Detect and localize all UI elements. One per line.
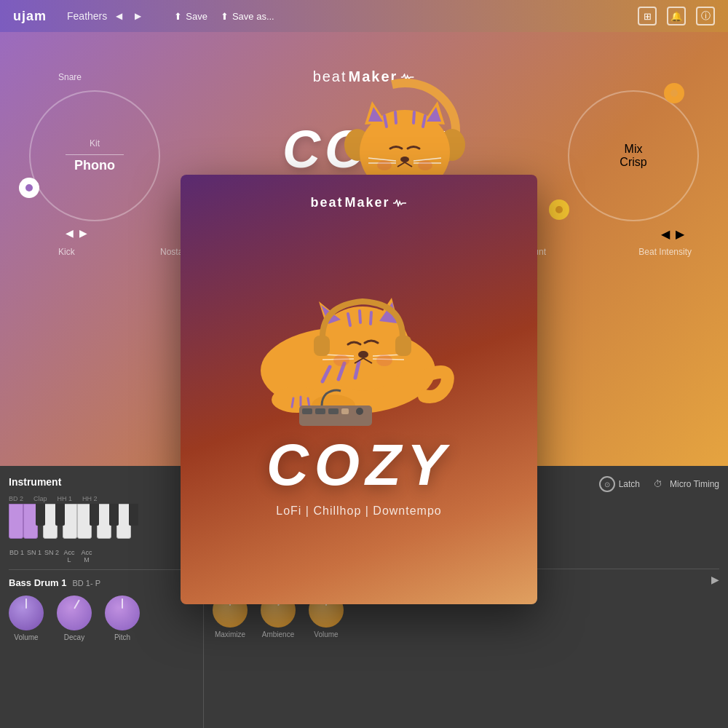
label-accm: Acc M bbox=[79, 549, 95, 563]
bell-icon[interactable]: 🔔 bbox=[667, 7, 686, 25]
bottom-labels-row: BD 1 SN 1 SN 2 Acc L Acc M bbox=[9, 549, 194, 563]
overlay-maker-text: Maker bbox=[344, 195, 389, 210]
topbar-actions: ⬆ Save ⬆ Save as... bbox=[174, 11, 274, 22]
micro-timing-button[interactable]: ⏱ Micro Timing bbox=[650, 476, 719, 492]
yellow-side-knob[interactable] bbox=[549, 199, 569, 220]
overlay-subtitle: LoFi | Chillhop | Downtempo bbox=[276, 505, 441, 518]
volume-knob-item: Volume bbox=[9, 596, 44, 641]
save-as-icon: ⬆ bbox=[221, 11, 229, 22]
svg-line-33 bbox=[360, 311, 360, 323]
kit-value: Phono bbox=[74, 158, 115, 173]
beat-intensity-label: Beat Intensity bbox=[638, 247, 692, 257]
svg-rect-47 bbox=[314, 336, 330, 356]
svg-rect-52 bbox=[328, 408, 339, 414]
topbar: ujam Feathers ◀ ▶ ⬆ Save ⬆ Save as... ⊞ … bbox=[0, 0, 728, 32]
label-bd1: BD 1 bbox=[9, 549, 25, 563]
piano-keys-row bbox=[9, 504, 194, 545]
svg-line-10 bbox=[414, 112, 414, 123]
svg-line-34 bbox=[371, 312, 371, 324]
cat-sleeping-illustration bbox=[235, 225, 483, 429]
label-sn2: SN 2 bbox=[44, 549, 60, 563]
micro-timing-icon: ⏱ bbox=[650, 476, 666, 492]
bass-drum-knob-row: Volume Decay Pitch bbox=[9, 596, 194, 641]
info-icon[interactable]: ⓘ bbox=[696, 7, 715, 25]
label-sn1: SN 1 bbox=[26, 549, 42, 563]
svg-point-38 bbox=[358, 351, 368, 358]
svg-point-20 bbox=[418, 160, 432, 170]
topbar-right-icons: ⊞ 🔔 ⓘ bbox=[638, 7, 715, 25]
svg-rect-51 bbox=[315, 408, 325, 414]
left-side-knob[interactable] bbox=[19, 178, 39, 198]
piano-black-key-4[interactable] bbox=[109, 504, 119, 526]
mix-knob-area: Mix Crisp ◀ ▶ bbox=[553, 90, 699, 236]
svg-rect-53 bbox=[341, 408, 349, 414]
volume-knob[interactable] bbox=[9, 596, 44, 630]
overlay-card: beat Maker bbox=[181, 175, 537, 604]
label-accl: Acc L bbox=[61, 549, 77, 563]
piano-black-key-3[interactable] bbox=[90, 504, 99, 526]
svg-rect-50 bbox=[302, 408, 312, 414]
preset-name: Feathers bbox=[67, 10, 107, 22]
pitch-knob[interactable] bbox=[105, 596, 140, 630]
app-logo: ujam bbox=[13, 9, 47, 24]
screen-icon[interactable]: ⊞ bbox=[638, 7, 657, 25]
instrument-panel: Instrument BD 2 Clap HH 1 HH 2 bbox=[0, 466, 204, 728]
mix-knob[interactable]: Mix Crisp bbox=[568, 90, 699, 221]
latch-icon: ⊙ bbox=[599, 476, 615, 492]
snare-label: Snare bbox=[58, 72, 82, 82]
pitch-knob-label: Pitch bbox=[114, 633, 130, 641]
track-label-hh2: HH 2 bbox=[82, 495, 98, 502]
kit-knob[interactable]: Kit Phono bbox=[29, 90, 160, 221]
decay-knob-label: Decay bbox=[64, 633, 84, 641]
instrument-panel-title: Instrument bbox=[9, 476, 194, 488]
track-label-bd2: BD 2 bbox=[9, 495, 23, 502]
mix-label: Mix bbox=[625, 143, 643, 156]
decay-knob[interactable] bbox=[57, 596, 92, 630]
svg-point-45 bbox=[333, 355, 349, 366]
track-top-labels: BD 2 Clap HH 1 HH 2 bbox=[9, 495, 194, 502]
svg-point-12 bbox=[400, 157, 409, 162]
latch-label: Latch bbox=[619, 479, 640, 489]
bass-drum-title-row: Bass Drum 1 BD 1- P bbox=[9, 577, 194, 588]
right-volume-knob-label: Volume bbox=[314, 630, 338, 638]
save-icon: ⬆ bbox=[174, 11, 182, 22]
kit-next-button[interactable]: ▶ bbox=[79, 227, 87, 239]
svg-point-54 bbox=[356, 408, 363, 415]
bass-drum-preset: BD 1- P bbox=[72, 579, 100, 587]
micro-timing-label: Micro Timing bbox=[670, 479, 719, 489]
mix-panel-expand-button[interactable]: ▶ bbox=[711, 574, 719, 585]
mix-prev-button[interactable]: ◀ bbox=[661, 227, 670, 241]
maximize-knob-label: Maximize bbox=[215, 630, 245, 638]
panel-divider bbox=[9, 569, 194, 570]
overlay-beat-text: beat bbox=[310, 195, 343, 210]
piano-black-key-1[interactable] bbox=[36, 504, 45, 526]
piano-black-key-5[interactable] bbox=[129, 504, 138, 526]
save-button[interactable]: ⬆ Save bbox=[174, 11, 207, 22]
pitch-knob-item: Pitch bbox=[105, 596, 140, 641]
svg-line-9 bbox=[395, 112, 396, 123]
kick-label: Kick bbox=[58, 247, 75, 257]
latch-button[interactable]: ⊙ Latch bbox=[599, 476, 640, 492]
kit-nav: ◀ ▶ bbox=[66, 227, 175, 239]
svg-line-35 bbox=[292, 398, 293, 407]
decay-knob-item: Decay bbox=[57, 596, 92, 641]
svg-rect-48 bbox=[395, 336, 411, 356]
next-preset-button[interactable]: ▶ bbox=[130, 9, 145, 23]
orange-top-knob[interactable] bbox=[664, 83, 684, 103]
preset-nav: Feathers ◀ ▶ bbox=[67, 9, 145, 23]
kit-prev-button[interactable]: ◀ bbox=[66, 227, 74, 239]
svg-point-46 bbox=[376, 355, 392, 366]
piano-black-key-2[interactable] bbox=[55, 504, 65, 526]
save-as-button[interactable]: ⬆ Save as... bbox=[221, 11, 274, 22]
kit-knob-area: Kit Phono ◀ ▶ bbox=[29, 90, 175, 236]
mix-next-button[interactable]: ▶ bbox=[676, 227, 684, 241]
piano-key-white-2[interactable] bbox=[63, 504, 77, 539]
kit-label: Kit bbox=[90, 138, 100, 149]
volume-knob-label: Volume bbox=[14, 633, 38, 641]
overlay-cozy-title: COZY bbox=[266, 436, 451, 494]
piano-key-purple-1[interactable] bbox=[9, 504, 23, 539]
svg-point-19 bbox=[377, 160, 392, 170]
prev-preset-button[interactable]: ◀ bbox=[111, 9, 126, 23]
track-label-hh1: HH 1 bbox=[58, 495, 73, 502]
mix-value: Crisp bbox=[620, 156, 646, 169]
